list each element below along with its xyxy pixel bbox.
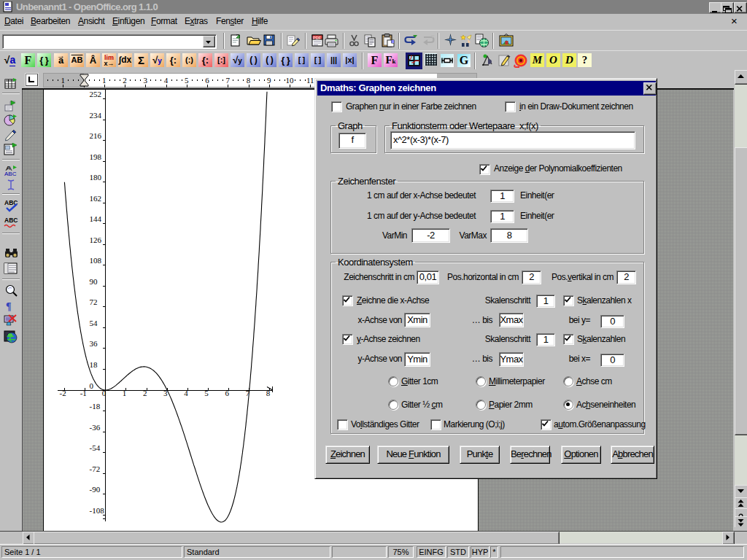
svg-text:72: 72 (90, 298, 98, 306)
svg-text:6: 6 (205, 76, 209, 85)
svg-text:108: 108 (90, 256, 102, 265)
svg-text:144: 144 (90, 214, 102, 223)
svg-text:4: 4 (164, 76, 169, 85)
svg-text:1: 1 (61, 76, 65, 85)
svg-text:2: 2 (143, 389, 147, 397)
svg-text:9: 9 (267, 76, 271, 85)
svg-text:-108: -108 (90, 506, 105, 515)
svg-text:234: 234 (90, 111, 102, 120)
svg-text:2: 2 (123, 76, 127, 85)
svg-text:¶: ¶ (6, 301, 12, 312)
svg-text:-54: -54 (90, 443, 101, 452)
svg-text:-90: -90 (90, 485, 101, 494)
svg-text:90: 90 (90, 277, 98, 286)
svg-text:180: 180 (90, 173, 102, 182)
svg-text:-2: -2 (60, 389, 66, 397)
svg-text:5: 5 (204, 389, 209, 397)
svg-text:7: 7 (225, 76, 230, 85)
svg-text:126: 126 (90, 236, 102, 244)
svg-text:-18: -18 (90, 402, 101, 411)
svg-text:ABC: ABC (4, 171, 17, 177)
svg-text:4: 4 (184, 389, 188, 397)
svg-text:3: 3 (143, 76, 147, 85)
svg-text:252: 252 (90, 90, 102, 98)
svg-text:18: 18 (90, 360, 98, 369)
svg-text:1: 1 (102, 76, 107, 85)
svg-text:-36: -36 (90, 423, 101, 432)
svg-text:-1: -1 (80, 389, 87, 397)
svg-text:216: 216 (90, 131, 102, 140)
svg-text:PDF: PDF (313, 36, 322, 40)
svg-text:8: 8 (247, 76, 251, 85)
svg-text:5: 5 (185, 76, 189, 85)
svg-text:ABC: ABC (4, 217, 18, 224)
svg-text:54: 54 (90, 319, 98, 327)
svg-text:8: 8 (266, 389, 271, 397)
svg-text:10: 10 (286, 76, 295, 85)
svg-text:11: 11 (306, 76, 314, 85)
svg-text:1: 1 (123, 389, 127, 397)
svg-text:162: 162 (90, 194, 102, 203)
svg-text:0: 0 (90, 381, 94, 390)
svg-text:198: 198 (90, 152, 102, 161)
svg-text:-72: -72 (90, 464, 101, 473)
svg-text:36: 36 (90, 339, 98, 348)
svg-text:6: 6 (225, 389, 230, 397)
